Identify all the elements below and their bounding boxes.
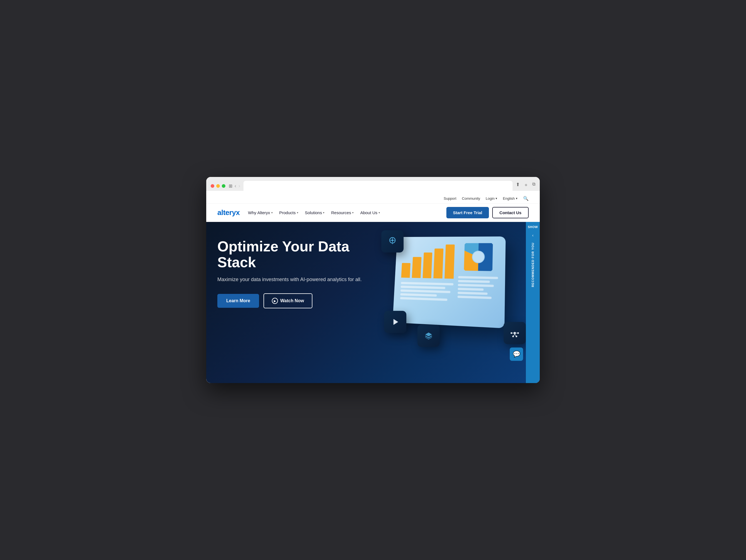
nav-about-us[interactable]: About Us ▾: [360, 210, 380, 215]
right-line-6: [458, 296, 492, 299]
chart-line-3: [401, 290, 451, 293]
chart-line-4: [400, 293, 437, 297]
login-chevron-icon: ▾: [495, 197, 497, 200]
chart-lines-right: [458, 276, 498, 299]
chart-line-2: [401, 286, 445, 289]
new-tab-icon[interactable]: ＋: [524, 182, 528, 188]
why-alteryx-label: Why Alteryx: [248, 210, 270, 215]
site-logo[interactable]: alteryx: [217, 208, 239, 217]
sidebar-recommended-label: RECOMMENDED FOR YOU: [531, 242, 535, 287]
recommended-sidebar[interactable]: SHOW ‹ RECOMMENDED FOR YOU: [526, 222, 540, 383]
bar-1: [401, 263, 410, 278]
chart-lines-left: [400, 282, 453, 301]
start-free-trial-button[interactable]: Start Free Trial: [447, 207, 489, 218]
sidebar-show-label: SHOW: [528, 222, 538, 231]
browser-controls: ⊞ ‹ ›: [229, 183, 240, 189]
learn-more-button[interactable]: Learn More: [217, 294, 259, 308]
login-label: Login: [486, 197, 495, 201]
language-label: English: [503, 197, 515, 201]
traffic-light-green[interactable]: [222, 184, 225, 188]
support-link[interactable]: Support: [443, 197, 456, 201]
language-button[interactable]: English ▾: [503, 197, 518, 201]
hero-section: Optimize Your Data Stack Maximize your d…: [206, 222, 540, 383]
hero-subtitle: Maximize your data investments with AI-p…: [217, 276, 378, 283]
svg-point-9: [514, 332, 516, 334]
login-button[interactable]: Login ▾: [486, 197, 497, 201]
bar-chart: [401, 243, 455, 278]
resources-chevron-icon: ▾: [352, 211, 353, 214]
bar-2: [412, 257, 422, 278]
why-alteryx-chevron-icon: ▾: [271, 211, 272, 214]
sidebar-collapse-icon[interactable]: ‹: [532, 233, 534, 237]
watch-now-button[interactable]: ▶ Watch Now: [263, 293, 312, 308]
products-chevron-icon: ▾: [297, 211, 298, 214]
chart-line-1: [401, 282, 453, 286]
tabs-icon[interactable]: ⧉: [532, 182, 535, 188]
nav-back-icon[interactable]: ‹: [235, 183, 236, 189]
hero-title: Optimize Your Data Stack: [217, 239, 378, 270]
main-navigation: alteryx Why Alteryx ▾ Products ▾ Solutio…: [206, 204, 540, 222]
chat-button[interactable]: 💬: [510, 348, 523, 361]
bar-5: [445, 244, 455, 278]
nav-resources[interactable]: Resources ▾: [331, 210, 353, 215]
traffic-light-yellow[interactable]: [216, 184, 220, 188]
nav-right: Start Free Trial Contact Us: [447, 207, 529, 218]
pie-chart: [464, 243, 493, 271]
nav-forward-icon[interactable]: ›: [238, 183, 240, 189]
right-line-5: [458, 292, 488, 295]
svg-point-3: [472, 252, 484, 263]
browser-window: ⊞ ‹ › ⬆ ＋ ⧉ Support Community Login ▾ En…: [206, 177, 540, 383]
atom-icon-tile: [504, 322, 526, 344]
products-label: Products: [279, 210, 296, 215]
traffic-lights: [211, 184, 225, 188]
svg-marker-8: [394, 319, 398, 325]
nav-why-alteryx[interactable]: Why Alteryx ▾: [248, 210, 272, 215]
right-line-3: [458, 284, 494, 287]
svg-point-16: [512, 335, 514, 337]
nav-left: alteryx Why Alteryx ▾ Products ▾ Solutio…: [217, 208, 380, 217]
bar-chart-column: [399, 243, 455, 319]
about-us-label: About Us: [360, 210, 377, 215]
browser-chrome: ⊞ ‹ › ⬆ ＋ ⧉: [206, 177, 540, 191]
bar-3: [423, 253, 432, 278]
hero-buttons: Learn More ▶ Watch Now: [217, 293, 378, 308]
bar-4: [434, 248, 443, 278]
watch-now-label: Watch Now: [280, 298, 304, 303]
svg-point-17: [516, 335, 517, 337]
solutions-label: Solutions: [305, 210, 322, 215]
right-line-1: [458, 276, 498, 279]
solutions-chevron-icon: ▾: [323, 211, 324, 214]
search-icon[interactable]: 🔍: [523, 196, 529, 201]
dashboard-card: [393, 236, 506, 328]
nav-solutions[interactable]: Solutions ▾: [305, 210, 325, 215]
pie-chart-column: [457, 243, 499, 321]
website: Support Community Login ▾ English ▾ 🔍 al…: [206, 194, 540, 383]
community-link[interactable]: Community: [462, 197, 480, 201]
svg-point-10: [511, 332, 512, 334]
play-circle-icon: ▶: [272, 298, 278, 304]
share-icon[interactable]: ⬆: [516, 182, 520, 188]
right-line-4: [458, 288, 484, 291]
address-bar[interactable]: [243, 181, 513, 191]
chat-bubble-icon: 💬: [513, 351, 520, 358]
about-us-chevron-icon: ▾: [378, 211, 380, 214]
nav-products[interactable]: Products ▾: [279, 210, 298, 215]
browser-titlebar: ⊞ ‹ › ⬆ ＋ ⧉: [211, 181, 535, 191]
hero-content: Optimize Your Data Stack Maximize your d…: [206, 222, 390, 322]
resources-label: Resources: [331, 210, 351, 215]
svg-point-11: [517, 332, 519, 334]
browser-toolbar-icons: ⬆ ＋ ⧉: [516, 182, 535, 190]
right-line-2: [458, 280, 490, 283]
contact-us-button[interactable]: Contact Us: [492, 207, 529, 218]
hero-illustration: [378, 228, 529, 350]
chart-line-5: [400, 297, 448, 301]
top-utility-bar: Support Community Login ▾ English ▾ 🔍: [206, 194, 540, 204]
language-chevron-icon: ▾: [516, 197, 518, 200]
sidebar-toggle-icon[interactable]: ⊞: [229, 183, 232, 188]
nav-links: Why Alteryx ▾ Products ▾ Solutions ▾ Res…: [248, 210, 380, 215]
traffic-light-red[interactable]: [211, 184, 214, 188]
layers-icon-tile: [418, 325, 440, 347]
